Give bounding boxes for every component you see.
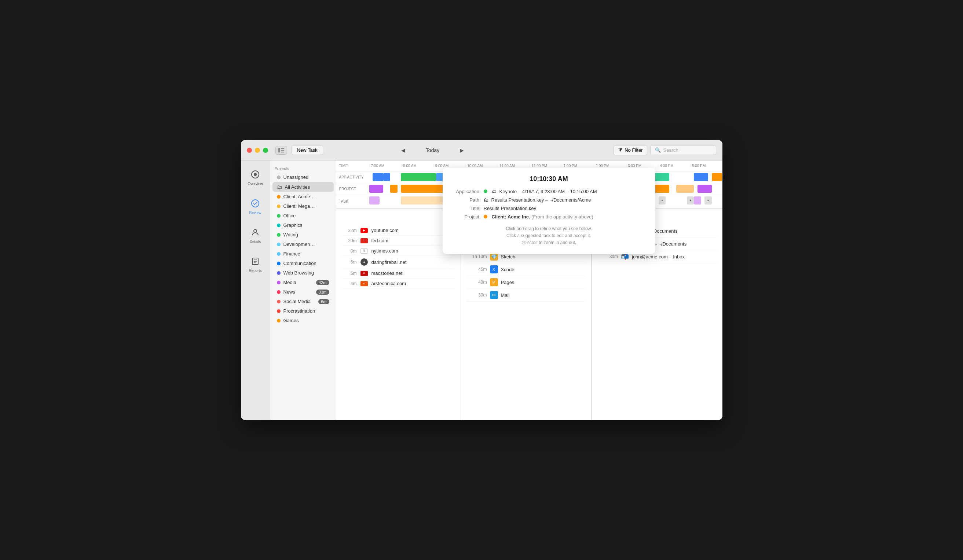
website-item[interactable]: 22m ▶ youtube.com [342,225,455,236]
project-item-procrastination[interactable]: Procrastination [272,306,334,316]
activity-bar [401,173,436,181]
tooltip-project-note: (From the app activity above) [532,214,593,220]
hour-1100: 11:00 AM [498,164,530,168]
project-item-client-mega[interactable]: Client: Mega… [272,202,334,211]
app-name: Sketch [501,254,516,259]
new-task-button[interactable]: New Task [292,145,323,155]
project-label-news: News [284,289,295,295]
hour-1200: 12:00 PM [530,164,562,168]
filter-button[interactable]: ⧩ No Filter [613,145,647,155]
website-name: youtube.com [371,228,399,233]
nav-next-button[interactable]: ▶ [458,146,467,155]
project-item-communication[interactable]: Communication [272,259,334,268]
website-item[interactable]: 4m A arstechnica.com [342,278,455,289]
project-item-all-activities[interactable]: 🗂 All Activities [272,182,334,192]
task-bar-add4[interactable]: + [704,196,712,204]
tooltip-path-value: Results Presentation.key – ~/Documents/A… [491,197,591,203]
app-item-mail[interactable]: 30m ✉ Mail [467,289,586,302]
tooltip-hint: Click and drag to refine what you see be… [451,225,647,247]
task-bar [369,196,380,204]
titlebar-right: ⧩ No Filter 🔍 Search [613,145,716,155]
minimize-button[interactable] [255,148,260,153]
project-item-writing[interactable]: Writing [272,230,334,240]
main-layout: Overview Review Details Reports [241,160,722,420]
website-name: ted.com [371,238,388,243]
project-bar [369,185,384,193]
fullscreen-button[interactable] [263,148,268,153]
projects-section-title: Projects [270,163,336,172]
website-time: 6m [342,259,357,265]
timeline-hours: 7:00 AM 8:00 AM 9:00 AM 10:00 AM 11:00 A… [369,164,722,168]
app-name: Xcode [501,267,514,272]
details-icon [250,227,261,238]
project-label-procrastination: Procrastination [284,308,315,314]
news-badge: 33m [316,290,329,295]
nav-prev-button[interactable]: ◀ [399,146,408,155]
website-time: 5m [342,271,357,276]
project-label-office: Office [284,213,296,218]
project-item-finance[interactable]: Finance [272,249,334,258]
hour-700: 7:00 AM [369,164,402,168]
folder-time: 30m [598,254,618,259]
sidebar-toggle-button[interactable] [276,146,287,155]
project-item-development[interactable]: Developmen… [272,240,334,249]
social-media-badge: 6m [318,299,329,304]
website-time: 22m [342,228,357,233]
tooltip-project-row: Project: Client: Acme Inc. (From the app… [451,214,647,220]
website-item[interactable]: 6m ★ daringfireball.net [342,256,455,268]
project-item-web-browsing[interactable]: Web Browsing [272,268,334,277]
website-item[interactable]: 8m 𝕋 nytimes.com [342,246,455,256]
filter-label: No Filter [624,147,642,153]
app-activity-label: APP ACTIVITY [336,175,369,179]
search-icon: 🔍 [655,147,661,153]
website-item[interactable]: 20m T ted.com [342,236,455,246]
tooltip-time: 10:10:30 AM [451,175,647,183]
app-item-pages[interactable]: 40m P Pages [467,276,586,289]
project-bar [676,185,694,193]
project-item-unassigned[interactable]: Unassigned [272,173,334,182]
tooltip-hint-line2: Click a suggested task to edit and accep… [451,232,647,240]
website-time: 4m [342,281,357,286]
task-bar-add2[interactable]: + [659,196,666,204]
website-name: arstechnica.com [371,281,406,286]
client-acme-dot [277,195,280,199]
hour-800: 8:00 AM [401,164,433,168]
project-item-games[interactable]: Games [272,316,334,325]
app-time: 1h 13m [467,254,487,259]
df-icon: ★ [360,258,368,266]
project-item-client-acme[interactable]: Client: Acme… [272,192,334,201]
project-item-graphics[interactable]: Graphics [272,221,334,230]
hour-1300: 1:00 PM [562,164,594,168]
hour-900: 9:00 AM [433,164,466,168]
orange-dot-icon [484,214,489,220]
task-label: TASK [336,199,369,203]
ted-icon: T [360,238,368,243]
tooltip-project-label: Project: [451,214,481,220]
tooltip-application-label: Application: [451,189,481,194]
project-item-media[interactable]: Media 42m [272,278,334,287]
search-placeholder: Search [663,147,678,153]
sidebar-item-overview[interactable]: Overview [245,167,265,188]
activity-bar [383,173,390,181]
folder-name: john@acme.com – Inbox [632,254,685,259]
close-button[interactable] [247,148,252,153]
procrastination-dot [277,309,280,313]
project-item-office[interactable]: Office [272,211,334,220]
website-item[interactable]: 5m M macstories.net [342,268,455,278]
details-label: Details [250,240,261,244]
project-item-social-media[interactable]: Social Media 6m [272,297,334,306]
tooltip-path-label: Path: [451,197,481,203]
finance-dot [277,252,280,256]
app-item-xcode[interactable]: 45m X Xcode [467,263,586,276]
website-time: 20m [342,238,357,243]
search-box[interactable]: 🔍 Search [650,145,716,155]
task-bar-add3[interactable]: + [687,196,694,204]
games-dot [277,319,280,322]
sidebar-item-details[interactable]: Details [247,224,263,246]
overview-label: Overview [248,182,263,186]
project-item-news[interactable]: News 33m [272,287,334,296]
reports-icon [250,256,261,267]
filter-icon: ⧩ [618,147,622,153]
sidebar-item-review[interactable]: Review [247,195,264,217]
sidebar-item-reports[interactable]: Reports [246,253,264,275]
